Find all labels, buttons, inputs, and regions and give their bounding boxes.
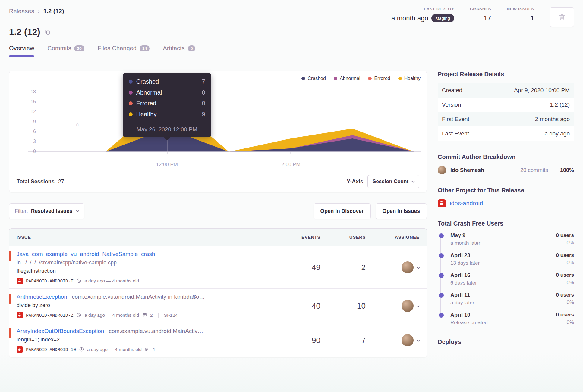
copy-version-button[interactable]	[44, 29, 51, 35]
legend-item-crashed[interactable]: Crashed	[301, 76, 326, 81]
tooltip-dot-abnormal-icon	[129, 91, 133, 95]
project-release-details: Project Release Details Created Apr 9, 2…	[438, 71, 574, 141]
y-tick-0: 0	[20, 149, 36, 154]
comment-icon	[142, 313, 147, 318]
chevron-down-icon	[417, 339, 420, 342]
detail-row-version: Version 1.2 (12)	[438, 98, 574, 112]
issues-table-header: ISSUE EVENTS USERS ASSIGNEE	[9, 229, 427, 246]
tab-files-changed-badge: 14	[140, 45, 150, 51]
total-sessions-value: 27	[58, 179, 64, 185]
chevron-down-icon	[76, 209, 79, 212]
issue-age: a day ago — 4 months old	[87, 347, 142, 352]
issues-toolbar: Filter: Resolved Issues Open in Discover…	[9, 203, 427, 219]
other-project-link[interactable]: idos-android	[450, 200, 483, 207]
sessions-chart-card: Crashed Abnormal Errored Healthy	[9, 71, 427, 192]
timeline-dot-icon	[439, 233, 444, 238]
issue-events-count: 90	[284, 328, 329, 353]
issue-users-count: 7	[329, 328, 375, 353]
tab-commits-badge: 20	[74, 45, 84, 51]
total-crash-free-users: Total Crash Free Users May 9 a month lat…	[438, 220, 574, 326]
assignee-dropdown[interactable]	[416, 336, 421, 344]
tab-files-changed[interactable]: Files Changed 14	[98, 45, 150, 57]
delete-release-button[interactable]	[550, 7, 574, 27]
timeline-dot-icon	[439, 273, 444, 278]
project-slug: PARANOID-ANDROID-T	[26, 278, 73, 283]
issue-events-count: 40	[284, 294, 329, 318]
issue-culprit: com.example.vu.android.MainActiv…	[109, 328, 203, 334]
issue-title-link[interactable]: Java_com_example_vu_android_NativeSample…	[17, 251, 155, 257]
issues-filter-dropdown[interactable]: Filter: Resolved Issues	[9, 203, 84, 219]
stat-last-deploy-value: a month ago	[391, 14, 428, 22]
comment-icon	[145, 347, 150, 352]
stat-last-deploy: LAST DEPLOY a month ago staging	[391, 7, 454, 22]
issue-row: Java_com_example_vu_android_NativeSample…	[9, 246, 427, 289]
error-level-bar	[9, 251, 11, 261]
legend-item-healthy[interactable]: Healthy	[398, 76, 421, 81]
assignee-avatar[interactable]	[402, 261, 414, 273]
project-slug: PARANOID-ANDROID-Z	[26, 313, 73, 318]
legend-dot-errored-icon	[368, 77, 372, 80]
release-page: Releases › 1.2 (12) LAST DEPLOY a month …	[0, 0, 583, 357]
issue-message: IllegalInstruction	[17, 268, 281, 274]
issues-table: ISSUE EVENTS USERS ASSIGNEE Java_com_exa…	[9, 228, 427, 357]
issue-title-link[interactable]: ArrayIndexOutOfBoundsException	[17, 328, 104, 334]
legend-dot-healthy-icon	[398, 77, 402, 80]
assignee-avatar[interactable]	[402, 334, 414, 346]
timeline-entry: April 16 6 days later 0 users 0%	[438, 272, 574, 286]
breadcrumb-current: 1.2 (12)	[43, 8, 64, 15]
breadcrumb-releases-link[interactable]: Releases	[9, 8, 34, 15]
open-in-discover-button[interactable]: Open in Discover	[314, 203, 371, 219]
x-tick-12pm: 12:00 PM	[156, 162, 178, 168]
y-tick-6: 6	[20, 129, 36, 134]
tab-overview[interactable]: Overview	[9, 45, 34, 57]
issue-culprit: in ../../../../src/main/cpp/native-sampl…	[17, 260, 281, 266]
author-percent: 100%	[560, 167, 574, 173]
stat-new-issues-value: 1	[531, 14, 534, 22]
issue-message: length=1; index=2	[17, 337, 281, 343]
x-axis-labels: 12:00 PM 2:00 PM	[15, 159, 421, 171]
legend-item-errored[interactable]: Errored	[368, 76, 390, 81]
assignee-dropdown[interactable]	[416, 263, 421, 271]
section-heading: Other Project for This Release	[438, 187, 574, 194]
tooltip-dot-errored-icon	[129, 101, 133, 105]
issue-row: ArrayIndexOutOfBoundsException com.examp…	[9, 323, 427, 357]
timeline-entry: April 11 a day later 0 users 0%	[438, 292, 574, 306]
tab-commits[interactable]: Commits 20	[47, 45, 84, 57]
other-project-row: idos-android	[438, 199, 574, 207]
yaxis-label: Y-Axis	[347, 179, 363, 185]
col-events: EVENTS	[284, 235, 329, 240]
issue-title-link[interactable]: ArithmeticException	[17, 294, 67, 300]
timeline-entry: April 23 13 days later 0 users 0%	[438, 252, 574, 266]
chevron-down-icon	[417, 304, 420, 307]
tooltip-row-healthy: Healthy 9	[129, 111, 205, 118]
legend-item-abnormal[interactable]: Abnormal	[334, 76, 360, 81]
section-heading: Total Crash Free Users	[438, 220, 574, 227]
chart-canvas	[15, 82, 421, 159]
trash-icon	[558, 13, 566, 21]
assignee-avatar[interactable]	[402, 300, 414, 312]
stat-new-issues: NEW ISSUES 1	[507, 7, 534, 22]
sessions-area-chart[interactable]: 18 15 12 9 6 3 0 0 C	[15, 82, 421, 159]
issue-age: a day ago — 4 months old	[84, 313, 139, 318]
project-slug: PARANOID-ANDROID-10	[26, 347, 76, 352]
clock-icon	[76, 278, 81, 283]
chevron-down-icon	[412, 180, 415, 183]
timeline-dot-icon	[439, 253, 444, 258]
timeline-dot-icon	[439, 293, 444, 298]
tab-artifacts-badge: 0	[188, 45, 196, 51]
title-row: 1.2 (12)	[9, 27, 574, 37]
yaxis-select[interactable]: Session Count	[367, 175, 419, 188]
error-level-bar	[9, 294, 11, 304]
open-in-issues-button[interactable]: Open in Issues	[376, 203, 427, 219]
stat-crashes-value: 17	[484, 14, 491, 22]
assignee-dropdown[interactable]	[416, 302, 421, 310]
section-heading: Deploys	[438, 338, 574, 345]
y-tick-12: 12	[20, 109, 36, 114]
comment-count: 1	[153, 347, 156, 352]
x-tick-2pm: 2:00 PM	[281, 162, 300, 168]
issue-age: a day ago — 4 months old	[84, 278, 139, 284]
copy-icon	[44, 29, 51, 35]
issue-culprit: com.example.vu.android.MainActivity in l…	[72, 294, 205, 300]
tab-artifacts[interactable]: Artifacts 0	[163, 45, 195, 57]
detail-row-created: Created Apr 9, 2020 10:00 PM	[438, 83, 574, 98]
